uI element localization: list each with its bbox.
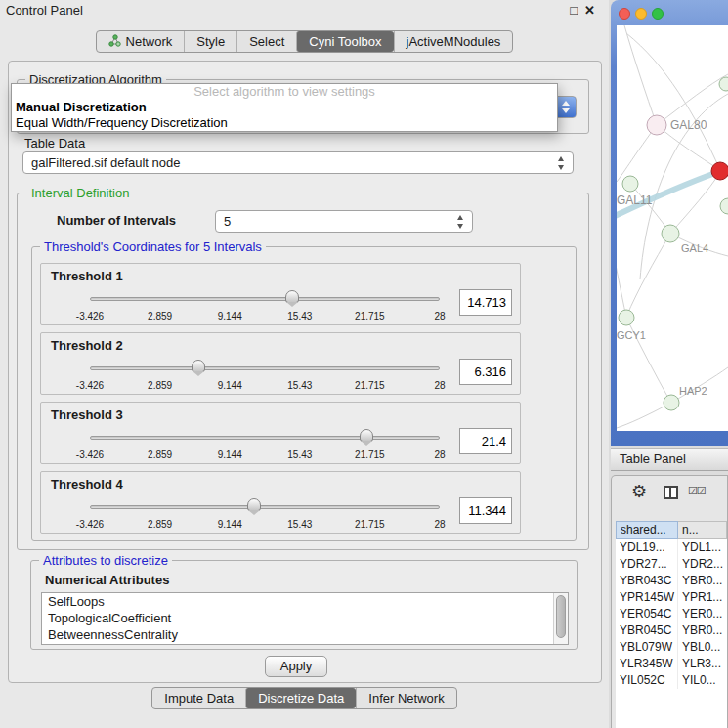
cell: YBR045C: [616, 622, 678, 639]
network-canvas[interactable]: GAL80 GAL11 GAL4 GCY1 HAP2: [617, 25, 728, 431]
cell: YIL052C: [616, 672, 678, 689]
scale-label: 9.144: [218, 519, 242, 530]
scale-label: -3.426: [76, 450, 104, 460]
checkboxes-icon[interactable]: ☑☑: [688, 485, 706, 497]
slider-thumb[interactable]: [285, 290, 299, 303]
scale-label: 15.43: [287, 450, 312, 460]
scale-label: 21.715: [355, 519, 385, 530]
network-node-hap2[interactable]: [664, 395, 679, 410]
tab-label: Select: [249, 34, 284, 49]
network-node-gal11[interactable]: [622, 176, 638, 192]
cell: YLR3...: [678, 656, 727, 672]
tab-network[interactable]: Network: [97, 31, 185, 52]
zoom-traffic-light-icon[interactable]: [652, 8, 664, 20]
threshold-1-value-input[interactable]: [459, 289, 512, 316]
slider-thumb[interactable]: [360, 429, 373, 442]
columns-icon[interactable]: [664, 486, 678, 499]
top-tabgroup: Network Style Select Cyni Toolbox jActiv…: [96, 30, 514, 53]
cell: YBR043C: [616, 573, 678, 589]
spinner-arrows-icon: [557, 156, 566, 170]
table-row[interactable]: YBR043CYBR0...: [616, 573, 727, 589]
table-row[interactable]: YBL079WYBL0...: [616, 639, 727, 656]
network-icon: [108, 34, 121, 50]
cell: YBR0...: [678, 573, 727, 589]
tab-style[interactable]: Style: [184, 31, 236, 52]
cyni-toolbox-panel: Discretization Algorithm Select algorith…: [8, 61, 602, 683]
combobox-value: 5: [224, 214, 231, 229]
slider-track[interactable]: [90, 505, 440, 509]
slider-scale: -3.426 2.859 9.144 15.43 21.715 28: [90, 450, 440, 461]
gear-icon[interactable]: ⚙: [631, 481, 647, 502]
attributes-group: Attributes to discretize Numerical Attri…: [30, 560, 578, 650]
cell: YDR27...: [616, 556, 678, 573]
table-header-row: shared... n...: [616, 521, 727, 539]
threshold-2-value-input[interactable]: [459, 359, 512, 385]
threshold-2-slider[interactable]: [90, 359, 440, 378]
list-scrollbar[interactable]: [553, 593, 568, 644]
table-row[interactable]: YER054CYER0...: [616, 606, 727, 622]
slider-thumb[interactable]: [247, 498, 261, 511]
table-row[interactable]: YLR345WYLR3...: [616, 656, 727, 672]
close-window-icon[interactable]: ✕: [584, 3, 595, 18]
network-node[interactable]: [719, 77, 728, 91]
network-node-gal4[interactable]: [662, 225, 679, 242]
number-of-intervals-combobox[interactable]: 5: [215, 210, 473, 233]
node-label: GAL4: [681, 242, 708, 254]
dropdown-option-manual-discretization[interactable]: Manual Discretization: [12, 100, 557, 115]
minimize-traffic-light-icon[interactable]: [635, 8, 647, 20]
slider-track[interactable]: [90, 366, 440, 370]
network-node-red[interactable]: [711, 162, 728, 180]
threshold-1-slider[interactable]: [90, 289, 440, 309]
scale-label: 9.144: [218, 311, 242, 321]
threshold-4-slider[interactable]: [90, 497, 440, 517]
cell: YBL0...: [678, 639, 727, 656]
column-header-shared-name[interactable]: shared...: [616, 521, 678, 539]
scale-label: 9.144: [218, 450, 242, 460]
table-row[interactable]: YBR045CYBR0...: [616, 622, 727, 639]
scale-label: -3.426: [76, 311, 104, 321]
slider-track[interactable]: [90, 297, 440, 301]
interval-definition-group: Interval Definition Number of Intervals …: [17, 193, 589, 550]
group-title: Attributes to discretize: [39, 553, 172, 568]
dropdown-option-equal-width[interactable]: Equal Width/Frequency Discretization: [12, 115, 557, 131]
threshold-label: Threshold 3: [51, 407, 123, 422]
cell: YDL1...: [678, 539, 727, 556]
network-node-gal80[interactable]: [647, 115, 666, 135]
scale-label: 28: [434, 311, 445, 321]
tab-impute-data[interactable]: Impute Data: [152, 688, 245, 708]
spinner-arrows-icon: [456, 215, 465, 229]
threshold-3-value-input[interactable]: [459, 428, 512, 454]
network-node-gcy1[interactable]: [619, 310, 634, 325]
thresholds-group: Threshold's Coordinates for 5 Intervals …: [31, 246, 577, 541]
float-window-icon[interactable]: □: [570, 3, 578, 18]
tab-discretize-data[interactable]: Discretize Data: [245, 688, 356, 708]
column-header-name[interactable]: n...: [678, 521, 727, 539]
apply-button[interactable]: Apply: [265, 656, 327, 677]
tab-cyni-toolbox[interactable]: Cyni Toolbox: [296, 31, 393, 52]
cell: YIL0...: [678, 672, 727, 689]
table-row[interactable]: YIL052CYIL0...: [616, 672, 727, 689]
table-panel-window: ⚙ ☑☑ shared... n... YDL19...YDL1... YDR2…: [611, 475, 728, 728]
tab-select[interactable]: Select: [236, 31, 296, 52]
group-title: Interval Definition: [27, 186, 133, 200]
threshold-4-value-input[interactable]: [459, 497, 512, 524]
table-row[interactable]: YPR145WYPR1...: [616, 589, 727, 606]
table-data-combobox[interactable]: galFiltered.sif default node: [22, 151, 574, 174]
list-item[interactable]: BetweennessCentrality: [42, 626, 568, 643]
table-row[interactable]: YDR27...YDR2...: [616, 556, 727, 573]
list-item[interactable]: TopologicalCoefficient: [42, 610, 568, 626]
cell: YPR145W: [616, 589, 678, 606]
threshold-3-slider[interactable]: [90, 428, 440, 448]
table-row[interactable]: YDL19...YDL1...: [616, 539, 727, 556]
scale-label: 15.43: [287, 519, 312, 530]
close-traffic-light-icon[interactable]: [619, 8, 630, 20]
slider-thumb[interactable]: [192, 360, 205, 372]
tab-infer-network[interactable]: Infer Network: [356, 688, 455, 708]
top-tabbar: Network Style Select Cyni Toolbox jActiv…: [0, 30, 609, 53]
list-item[interactable]: SelfLoops: [42, 593, 568, 610]
tab-jactivemnodules[interactable]: jActiveMNodules: [394, 31, 513, 52]
network-node[interactable]: [720, 198, 728, 214]
slider-track[interactable]: [90, 436, 440, 440]
table-data-label: Table Data: [24, 136, 85, 150]
scrollbar-thumb[interactable]: [556, 595, 566, 638]
